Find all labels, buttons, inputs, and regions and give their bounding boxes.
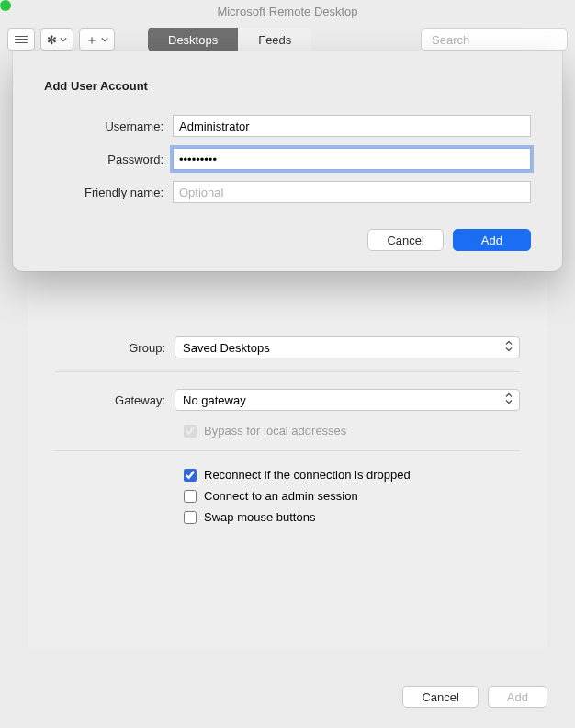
sheet-add-button[interactable]: Add <box>453 229 531 251</box>
gateway-label: Gateway: <box>55 393 175 407</box>
gateway-value: No gateway <box>183 393 246 407</box>
gateway-select[interactable]: No gateway <box>175 389 520 411</box>
sheet-cancel-button[interactable]: Cancel <box>367 229 443 251</box>
bypass-checkbox-row: Bypass for local addresses <box>184 424 520 438</box>
tab-desktops[interactable]: Desktops <box>148 28 238 51</box>
cancel-button[interactable]: Cancel <box>402 686 478 708</box>
swap-label: Swap mouse buttons <box>204 510 315 524</box>
window-title: Microsoft Remote Desktop <box>217 5 357 18</box>
title-bar: Microsoft Remote Desktop <box>0 0 575 22</box>
view-switcher: Desktops Feeds <box>148 28 311 51</box>
group-row: Group: Saved Desktops <box>55 336 520 358</box>
admin-checkbox-row: Connect to an admin session <box>184 489 520 503</box>
sheet-buttons: Cancel Add <box>44 229 531 251</box>
updown-icon <box>504 392 513 408</box>
sheet-title: Add User Account <box>44 79 531 93</box>
gateway-row: Gateway: No gateway <box>55 389 520 411</box>
swap-checkbox[interactable] <box>184 511 197 524</box>
reconnect-checkbox-row: Reconnect if the connection is dropped <box>184 468 520 482</box>
admin-checkbox[interactable] <box>184 490 197 503</box>
add-user-account-sheet: Add User Account Username: Password: Fri… <box>13 51 562 271</box>
gear-icon: ✻ <box>47 33 57 47</box>
search-field[interactable] <box>421 28 568 51</box>
gear-menu-button[interactable]: ✻ <box>40 28 73 51</box>
password-input[interactable] <box>173 148 531 170</box>
swap-checkbox-row: Swap mouse buttons <box>184 510 520 524</box>
plus-icon: ＋ <box>85 33 98 46</box>
list-lines-icon <box>15 36 28 44</box>
add-menu-button[interactable]: ＋ <box>79 28 115 51</box>
password-row: Password: <box>44 148 531 170</box>
bypass-checkbox <box>184 425 197 438</box>
group-value: Saved Desktops <box>183 341 270 355</box>
chevron-down-icon <box>60 36 67 43</box>
group-select[interactable]: Saved Desktops <box>175 336 520 358</box>
tab-feeds[interactable]: Feeds <box>238 28 311 51</box>
username-input[interactable] <box>173 115 531 137</box>
group-label: Group: <box>55 341 175 355</box>
reconnect-label: Reconnect if the connection is dropped <box>204 468 411 482</box>
username-row: Username: <box>44 115 531 137</box>
search-input[interactable] <box>432 33 575 47</box>
separator <box>55 371 520 372</box>
friendly-name-row: Friendly name: <box>44 181 531 203</box>
password-label: Password: <box>44 153 173 166</box>
bypass-label: Bypass for local addresses <box>204 424 346 438</box>
admin-label: Connect to an admin session <box>204 489 358 503</box>
add-button[interactable]: Add <box>488 686 547 708</box>
separator <box>55 450 520 451</box>
footer-buttons: Cancel Add <box>402 686 547 708</box>
friendly-name-input[interactable] <box>173 181 531 203</box>
list-view-button[interactable] <box>7 28 35 51</box>
username-label: Username: <box>44 119 173 133</box>
traffic-light-green-icon[interactable] <box>0 0 11 11</box>
chevron-down-icon <box>101 36 108 43</box>
reconnect-checkbox[interactable] <box>184 469 197 482</box>
friendly-name-label: Friendly name: <box>44 186 173 199</box>
updown-icon <box>504 340 513 356</box>
